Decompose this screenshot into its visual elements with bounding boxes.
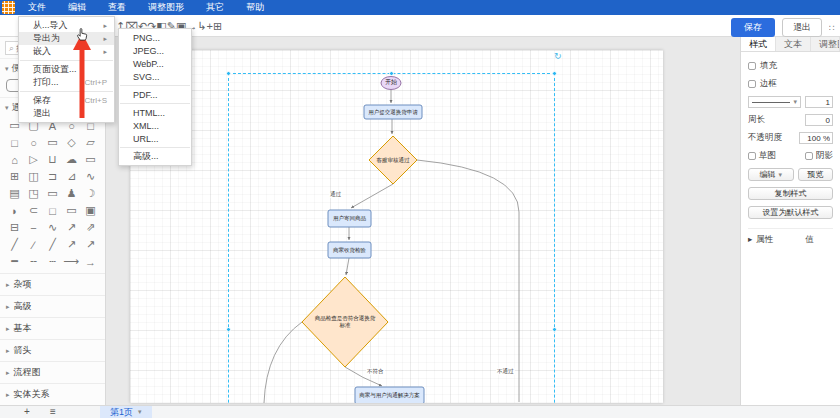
sketch-checkbox[interactable] <box>748 152 756 160</box>
menu-item-export-as[interactable]: 导出为▸ <box>19 32 114 45</box>
shape-cell[interactable]: ⊔ <box>43 153 62 166</box>
selection-box[interactable] <box>228 73 555 403</box>
menu-arrange[interactable]: 调整图形 <box>137 0 195 15</box>
shape-cell[interactable]: ◇ <box>62 136 81 149</box>
shape-cell[interactable]: ━ <box>5 255 24 268</box>
shape-cell[interactable]: ▭ <box>62 204 81 217</box>
shape-cell[interactable]: ↗ <box>62 221 81 234</box>
submenu-item-webp[interactable]: WebP... <box>119 57 191 70</box>
submenu-item-png[interactable]: PNG... <box>119 31 191 44</box>
fill-checkbox[interactable] <box>748 62 756 70</box>
submenu-item-pdf[interactable]: PDF... <box>119 88 191 101</box>
shape-cell[interactable]: ◳ <box>24 187 43 200</box>
menu-view[interactable]: 查看 <box>97 0 137 15</box>
selection-handle[interactable] <box>226 71 231 76</box>
add-page-icon[interactable]: + <box>14 406 40 418</box>
line-checkbox[interactable] <box>748 80 756 88</box>
shape-cell[interactable]: ∕ <box>24 238 43 251</box>
edit-style-button[interactable]: 编辑▾ <box>748 168 794 181</box>
submenu-item-jpeg[interactable]: JPEG... <box>119 44 191 57</box>
perimeter-input[interactable] <box>805 114 833 126</box>
shape-cell[interactable]: ⊿ <box>62 170 81 183</box>
shape-cell[interactable]: ▣ <box>81 204 100 217</box>
canvas[interactable]: 开始 用户提交退换货申请 客服审核通过 用户寄回商品 商家收货检验 商品检查是否… <box>106 37 740 405</box>
tab-text[interactable]: 文本 <box>776 37 811 51</box>
preview-button[interactable]: 预览 <box>798 168 833 181</box>
page-tab[interactable]: 第1页 ▾ <box>100 406 152 418</box>
menu-item-page-setup[interactable]: 页面设置... <box>19 63 114 76</box>
shape-cell[interactable]: ◫ <box>24 170 43 183</box>
exit-button[interactable]: 退出 <box>782 18 822 37</box>
panel-toggle-icon[interactable]: ∷ <box>829 23 837 33</box>
shape-group[interactable]: ▸杂项 <box>0 273 105 295</box>
submenu-item-advanced[interactable]: 高级... <box>119 150 191 163</box>
submenu-item-svg[interactable]: SVG... <box>119 70 191 83</box>
shape-cell[interactable]: ┄ <box>43 255 62 268</box>
shape-group[interactable]: ▸实体关系 <box>0 383 105 405</box>
menu-item-exit[interactable]: 退出 <box>19 107 114 120</box>
shape-group[interactable]: ▸箭头 <box>0 339 105 361</box>
shape-group[interactable]: ▸流程图 <box>0 361 105 383</box>
shape-cell[interactable]: ⊟ <box>5 221 24 234</box>
menu-extras[interactable]: 其它 <box>195 0 235 15</box>
shape-cell[interactable]: ⊞ <box>5 170 24 183</box>
shape-cell[interactable]: ╱ <box>5 238 24 251</box>
submenu-item-xml[interactable]: XML... <box>119 119 191 132</box>
waypoints-icon[interactable]: ↳ <box>197 20 206 32</box>
set-default-style-button[interactable]: 设置为默认样式 <box>748 206 833 219</box>
shape-cell[interactable]: ▭ <box>81 153 100 166</box>
shape-cell[interactable]: ⇗ <box>81 221 100 234</box>
selection-handle[interactable] <box>552 327 557 332</box>
menu-item-import[interactable]: 从...导入▸ <box>19 19 114 32</box>
menu-help[interactable]: 帮助 <box>235 0 275 15</box>
shape-cell[interactable]: ○ <box>24 136 43 149</box>
opacity-input[interactable] <box>799 132 833 144</box>
shape-cell[interactable]: ⟶ <box>62 255 81 268</box>
shape-cell[interactable]: ↗ <box>62 238 81 251</box>
rotate-handle-icon[interactable]: ↻ <box>554 51 562 61</box>
shape-group[interactable]: ▸基本 <box>0 317 105 339</box>
menu-item-embed[interactable]: 嵌入▸ <box>19 45 114 58</box>
shape-cell[interactable]: ▭ <box>43 187 62 200</box>
shape-cell[interactable]: ↗ <box>81 238 100 251</box>
shape-cell[interactable]: ◗ <box>5 204 24 217</box>
selection-handle[interactable] <box>389 71 394 76</box>
shape-cell[interactable]: ▭ <box>43 136 62 149</box>
line-width-input[interactable] <box>805 96 833 108</box>
line-style-dropdown[interactable]: ▾ <box>748 96 801 108</box>
menu-item-save[interactable]: 保存Ctrl+S <box>19 94 114 107</box>
shape-cell[interactable]: → <box>81 255 100 268</box>
menu-file[interactable]: 文件 <box>17 0 57 15</box>
submenu-item-url[interactable]: URL... <box>119 132 191 145</box>
tab-arrange[interactable]: 调整图形 <box>811 37 840 51</box>
shape-cell[interactable]: ⊐ <box>43 170 62 183</box>
shape-cell[interactable]: ☽ <box>81 187 100 200</box>
shape-cell[interactable]: ▷ <box>24 153 43 166</box>
shape-cell[interactable]: ⌂ <box>5 153 24 166</box>
tab-style[interactable]: 样式 <box>741 37 776 51</box>
shape-cell[interactable]: ▱ <box>81 136 100 149</box>
shape-group[interactable]: ▸高级 <box>0 295 105 317</box>
shape-cell[interactable]: ♟ <box>62 187 81 200</box>
property-label[interactable]: 属性 <box>756 234 773 246</box>
table-icon[interactable]: ⊞ <box>213 20 222 32</box>
shadow-checkbox[interactable] <box>805 152 813 160</box>
shape-cell[interactable]: − <box>24 221 43 234</box>
copy-style-button[interactable]: 复制样式 <box>748 187 833 200</box>
shape-cell[interactable]: □ <box>43 204 62 217</box>
menu-item-print[interactable]: 打印...Ctrl+P <box>19 76 114 89</box>
selection-handle[interactable] <box>226 327 231 332</box>
selection-handle[interactable] <box>552 71 557 76</box>
shape-cell[interactable]: ⊂ <box>24 204 43 217</box>
shape-cell[interactable]: □ <box>5 136 24 149</box>
shape-cell[interactable]: ╱ <box>43 238 62 251</box>
menu-edit[interactable]: 编辑 <box>57 0 97 15</box>
save-button[interactable]: 保存 <box>731 18 775 37</box>
pages-menu-icon[interactable]: ≡ <box>40 406 66 418</box>
submenu-item-html[interactable]: HTML... <box>119 106 191 119</box>
shape-cell[interactable]: ∿ <box>43 221 62 234</box>
drawing-page[interactable]: 开始 用户提交退换货申请 客服审核通过 用户寄回商品 商家收货检验 商品检查是否… <box>130 50 663 403</box>
shape-cell[interactable]: ▤ <box>5 187 24 200</box>
shape-cell[interactable]: ☁ <box>62 153 81 166</box>
shape-cell[interactable]: ╌ <box>24 255 43 268</box>
